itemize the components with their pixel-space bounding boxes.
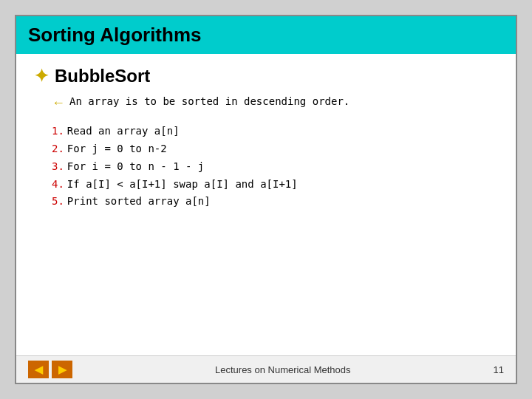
code-line-5: 5. Print sorted array a[n]: [52, 193, 498, 211]
code-text-3: For i = 0 to n - 1 - j: [67, 158, 204, 176]
code-line-3: 3. For i = 0 to n - 1 - j: [52, 158, 498, 176]
nav-prev-button[interactable]: ◀: [28, 361, 49, 378]
code-line-2: 2. For j = 0 to n-2: [52, 140, 498, 158]
slide-header: Sorting Algorithms: [16, 16, 516, 54]
bullet-text: An array is to be sorted in descending o…: [69, 94, 349, 109]
line-num-2: 2.: [52, 140, 64, 158]
line-num-3: 3.: [52, 158, 64, 176]
line-num-4: 4.: [52, 176, 64, 194]
footer-page-number: 11: [494, 364, 504, 375]
code-line-4: 4. If a[I] < a[I+1] swap a[I] and a[I+1]: [52, 176, 498, 194]
code-text-4: If a[I] < a[I+1] swap a[I] and a[I+1]: [67, 176, 298, 194]
section-title-text: BubbleSort: [55, 66, 150, 86]
code-line-1: 1. Read an array a[n]: [52, 123, 498, 140]
nav-buttons: ◀ ▶: [28, 361, 72, 378]
slide-footer: ◀ ▶ Lectures on Numerical Methods 11: [16, 355, 516, 383]
line-num-5: 5.: [52, 193, 64, 211]
line-num-1: 1.: [52, 123, 64, 140]
slide-title: Sorting Algorithms: [28, 24, 504, 47]
code-block: 1. Read an array a[n] 2. For j = 0 to n-…: [52, 123, 498, 211]
bullet-item: ← An array is to be sorted in descending…: [52, 94, 498, 112]
nav-next-button[interactable]: ▶: [52, 361, 72, 378]
arrow-icon: ←: [52, 94, 65, 112]
code-text-5: Print sorted array a[n]: [67, 193, 211, 211]
footer-center-text: Lectures on Numerical Methods: [72, 364, 494, 375]
z-icon: ✦: [34, 66, 49, 86]
section-title-row: ✦ BubbleSort: [34, 66, 498, 86]
slide: Sorting Algorithms ✦ BubbleSort ← An arr…: [15, 15, 517, 384]
slide-body: ✦ BubbleSort ← An array is to be sorted …: [16, 54, 516, 355]
code-text-2: For j = 0 to n-2: [67, 140, 167, 158]
code-text-1: Read an array a[n]: [67, 123, 180, 140]
